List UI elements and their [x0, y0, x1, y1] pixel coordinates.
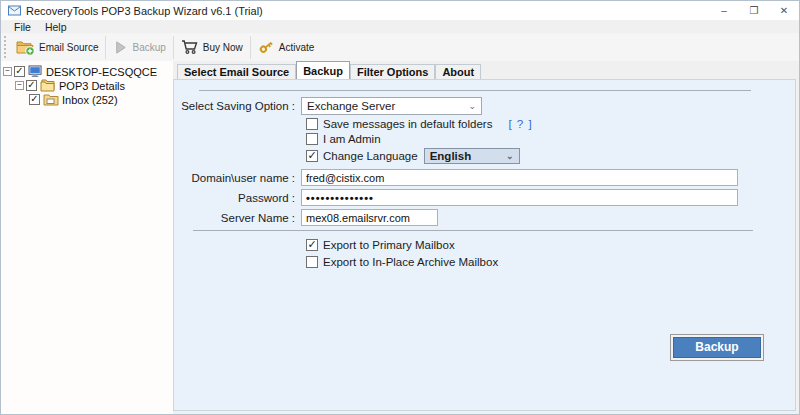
- tree-item-label: POP3 Details: [59, 80, 125, 92]
- computer-icon: [28, 65, 43, 78]
- close-button[interactable]: ✕: [769, 1, 799, 20]
- tree-item-desktop[interactable]: DESKTOP-ECSQQCE: [3, 65, 173, 78]
- password-field[interactable]: [301, 189, 738, 206]
- export-primary-label: Export to Primary Mailbox: [323, 239, 455, 251]
- toolbar-button-label: Buy Now: [203, 42, 243, 53]
- language-value: English: [430, 150, 472, 162]
- saving-option-dropdown[interactable]: Exchange Server ⌄: [301, 97, 482, 115]
- toolbar: Email Source Backup Buy Now: [1, 33, 799, 61]
- app-mail-icon: [8, 5, 21, 16]
- change-language-checkbox[interactable]: [306, 150, 318, 162]
- window-title: RecoveryTools POP3 Backup Wizard v6.1 (T…: [26, 5, 263, 17]
- tab-area: Select Email Source Backup Filter Option…: [173, 61, 799, 414]
- export-archive-checkbox[interactable]: [306, 256, 318, 268]
- cart-icon: [181, 39, 199, 55]
- folder-tree: DESKTOP-ECSQQCE POP3 Details: [1, 61, 173, 414]
- tree-item-inbox[interactable]: Inbox (252): [29, 93, 173, 106]
- separator: [193, 230, 753, 231]
- tree-item-pop3-details[interactable]: POP3 Details: [15, 79, 173, 92]
- main-body: DESKTOP-ECSQQCE POP3 Details: [1, 61, 799, 414]
- tab-backup[interactable]: Backup: [296, 61, 350, 79]
- backup-tab-panel: Select Saving Option : Exchange Server ⌄…: [173, 79, 796, 411]
- backup-button[interactable]: Backup: [673, 337, 761, 358]
- collapse-icon[interactable]: [15, 81, 24, 90]
- app-window: RecoveryTools POP3 Backup Wizard v6.1 (T…: [0, 0, 800, 415]
- chevron-down-icon: ⌄: [468, 101, 476, 111]
- server-name-field[interactable]: [301, 209, 438, 226]
- title-bar: RecoveryTools POP3 Backup Wizard v6.1 (T…: [1, 1, 799, 20]
- tab-strip: Select Email Source Backup Filter Option…: [173, 61, 799, 79]
- tree-item-label: Inbox (252): [62, 94, 118, 106]
- toolbar-separator: [250, 36, 251, 59]
- tab-filter-options[interactable]: Filter Options: [350, 64, 436, 79]
- toolbar-button-label: Email Source: [39, 42, 98, 53]
- key-icon: [258, 39, 275, 56]
- toolbar-separator: [105, 36, 106, 59]
- window-controls: – ❐ ✕: [709, 1, 799, 20]
- tab-select-email-source[interactable]: Select Email Source: [177, 64, 296, 79]
- export-primary-checkbox[interactable]: [306, 239, 318, 251]
- chevron-down-icon: ⌄: [506, 151, 514, 161]
- toolbar-gripper: [4, 36, 8, 58]
- saving-option-value: Exchange Server: [307, 100, 395, 112]
- domain-username-label: Domain\user name :: [174, 172, 301, 184]
- tree-checkbox[interactable]: [14, 66, 25, 77]
- folder-add-icon: [16, 39, 35, 56]
- tree-item-label: DESKTOP-ECSQQCE: [46, 66, 157, 78]
- save-messages-label: Save messages in default folders: [323, 118, 492, 130]
- collapse-icon[interactable]: [3, 67, 12, 76]
- server-name-label: Server Name :: [174, 212, 301, 224]
- export-archive-label: Export to In-Place Archive Mailbox: [323, 256, 498, 268]
- password-label: Password :: [174, 192, 301, 204]
- change-language-label: Change Language: [323, 150, 418, 162]
- folders-icon: [40, 79, 56, 92]
- menu-help[interactable]: Help: [38, 21, 74, 33]
- i-am-admin-checkbox[interactable]: [306, 133, 318, 145]
- play-icon: [113, 40, 128, 55]
- minimize-button[interactable]: –: [709, 1, 739, 20]
- mail-folder-icon: [43, 93, 59, 106]
- help-link[interactable]: [ ? ]: [508, 118, 532, 130]
- backup-button-frame: Backup: [670, 334, 764, 361]
- tree-checkbox[interactable]: [26, 80, 37, 91]
- buy-now-button[interactable]: Buy Now: [175, 34, 249, 60]
- menu-file[interactable]: File: [7, 21, 38, 33]
- email-source-button[interactable]: Email Source: [10, 34, 104, 60]
- separator: [199, 90, 751, 91]
- i-am-admin-label: I am Admin: [323, 133, 381, 145]
- toolbar-button-label: Backup: [132, 42, 165, 53]
- saving-option-label: Select Saving Option :: [174, 100, 301, 112]
- menu-bar: File Help: [1, 20, 799, 33]
- save-messages-checkbox[interactable]: [306, 118, 318, 130]
- tree-checkbox[interactable]: [29, 94, 40, 105]
- toolbar-separator: [173, 36, 174, 59]
- language-dropdown[interactable]: English ⌄: [424, 148, 520, 164]
- restore-button[interactable]: ❐: [739, 1, 769, 20]
- activate-button[interactable]: Activate: [252, 34, 321, 60]
- tab-about[interactable]: About: [435, 64, 481, 79]
- toolbar-button-label: Activate: [279, 42, 315, 53]
- domain-username-field[interactable]: [301, 169, 738, 186]
- backup-toolbar-button: Backup: [107, 34, 171, 60]
